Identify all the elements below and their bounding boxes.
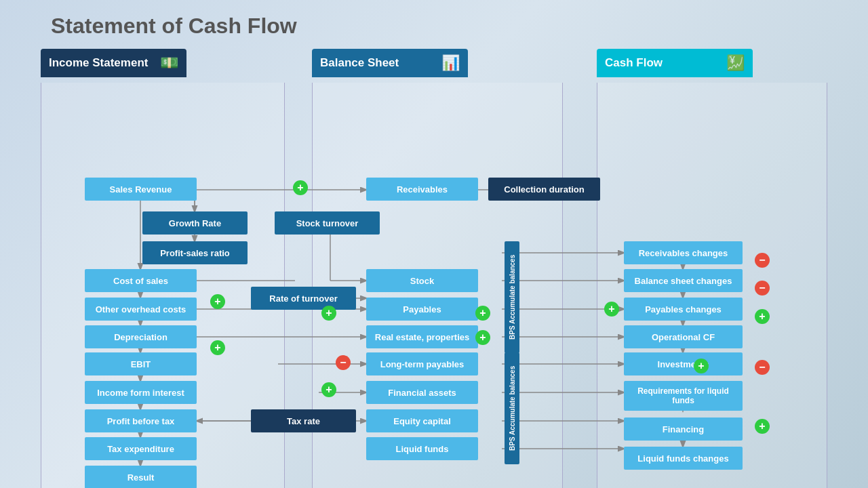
profit-before-tax-box: Profit before tax: [85, 409, 197, 432]
financial-assets-box: Financial assets: [366, 381, 478, 404]
income-header-label: Income Statement: [49, 56, 148, 70]
cashflow-header: Cash Flow 💹: [597, 49, 753, 77]
circle-plus-1: +: [293, 180, 308, 195]
circle-plus-10: +: [694, 359, 709, 373]
circle-plus-8: +: [604, 302, 619, 317]
income-icon: 💵: [160, 54, 178, 72]
cashflow-header-label: Cash Flow: [605, 56, 663, 70]
circle-plus-6: +: [475, 306, 490, 321]
balance-sheet-changes-box: Balance sheet changes: [624, 269, 743, 292]
depreciation-box: Depreciation: [85, 325, 197, 348]
liquid-funds-cf-box: Liquid funds changes: [624, 447, 743, 470]
circle-plus-7: +: [475, 330, 490, 345]
long-term-payables-box: Long-term payables: [366, 352, 478, 375]
stock-box: Stock: [366, 269, 478, 292]
cost-of-sales-box: Cost of sales: [85, 269, 197, 292]
circle-minus-1: −: [336, 355, 351, 370]
stock-turnover-box: Stock turnover: [275, 211, 380, 235]
circle-plus-2: +: [210, 294, 225, 309]
bps-bar-1: BPS Accumulate balances: [505, 241, 519, 353]
income-statement-header: Income Statement 💵: [41, 49, 186, 77]
balance-header-label: Balance Sheet: [320, 56, 399, 70]
growth-rate-box: Growth Rate: [142, 211, 248, 235]
ebit-box: EBIT: [85, 352, 197, 375]
circle-plus-3: +: [321, 306, 336, 321]
page-title: Statement of Cash Flow: [0, 0, 868, 45]
bps-bar-2: BPS Accumulate balances: [505, 352, 519, 464]
circle-minus-4: −: [755, 360, 770, 375]
sales-revenue-box: Sales Revenue: [85, 178, 197, 201]
circle-plus-11: +: [755, 419, 770, 434]
other-overhead-box: Other overhead costs: [85, 298, 197, 321]
cashflow-icon: 💹: [726, 54, 745, 72]
collection-duration-box: Collection duration: [488, 178, 600, 201]
balance-sheet-header: Balance Sheet 📊: [312, 49, 468, 77]
receivables-changes-box: Receivables changes: [624, 241, 743, 264]
circle-minus-3: −: [755, 281, 770, 296]
circle-plus-9: +: [755, 309, 770, 324]
rate-of-turnover-box: Rate of turnover: [251, 287, 356, 310]
circle-plus-4: +: [210, 340, 225, 355]
investments-box: Investments: [624, 352, 743, 375]
receivables-box: Receivables: [366, 178, 478, 201]
payables-box: Payables: [366, 298, 478, 321]
income-interest-box: Income form interest: [85, 381, 197, 404]
operational-cf-box: Operational CF: [624, 325, 743, 348]
real-estate-box: Real estate, properties: [366, 325, 478, 348]
balance-icon: 📊: [441, 54, 460, 72]
financing-box: Financing: [624, 418, 743, 441]
circle-minus-2: −: [755, 253, 770, 268]
tax-rate-box: Tax rate: [251, 409, 356, 432]
profit-sales-ratio-box: Profit-sales ratio: [142, 241, 248, 264]
liquid-funds-bs-box: Liquid funds: [366, 437, 478, 460]
tax-expenditure-box: Tax expenditure: [85, 437, 197, 460]
circle-plus-5: +: [321, 382, 336, 397]
payables-changes-box: Payables changes: [624, 298, 743, 321]
equity-capital-box: Equity capital: [366, 409, 478, 432]
result-box: Result: [85, 466, 197, 488]
req-liquid-funds-box: Requirements for liquid funds: [624, 381, 743, 411]
